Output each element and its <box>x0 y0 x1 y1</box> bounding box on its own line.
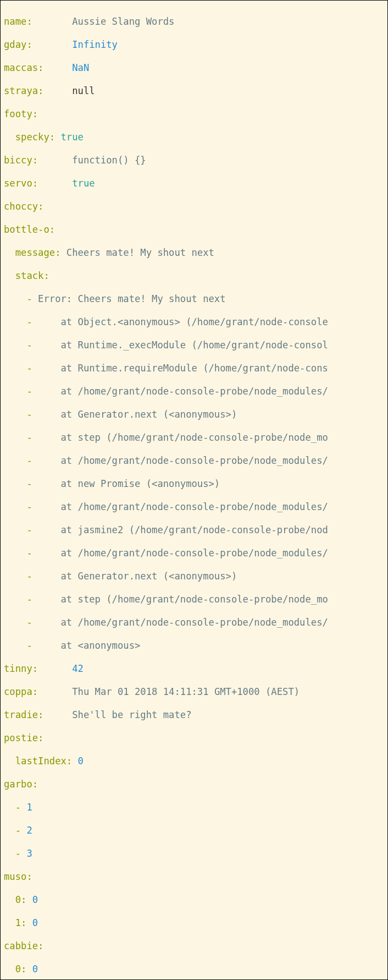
val-garbo-1: 2 <box>26 825 32 836</box>
val-zero: 0 <box>32 917 38 928</box>
key-straya: straya: <box>4 85 72 96</box>
key-garbo: garbo: <box>4 779 38 790</box>
stack-dash: - <box>4 386 38 397</box>
stack-dash: - <box>4 293 38 304</box>
key-message: message: <box>4 247 66 258</box>
stack-line: at Runtime._execModule (/home/grant/node… <box>38 340 328 351</box>
stack-line: at /home/grant/node-console-probe/node_m… <box>38 617 328 628</box>
stack-line: at new Promise (<anonymous>) <box>38 478 220 489</box>
val-name: Aussie Slang Words <box>72 16 174 27</box>
val-zero: 0 <box>32 894 38 905</box>
stack-dash: - <box>4 548 38 559</box>
idx-0: 0: <box>4 894 32 905</box>
key-cabbie: cabbie: <box>4 940 43 951</box>
key-bottle-o: bottle-o: <box>4 224 55 235</box>
stack-line: at Generator.next (<anonymous>) <box>38 409 237 420</box>
stack-dash: - <box>4 432 38 443</box>
key-postie: postie: <box>4 732 43 743</box>
val-gday: Infinity <box>72 39 118 50</box>
val-tinny: 42 <box>72 663 84 674</box>
key-servo: servo: <box>4 178 72 189</box>
val-garbo-0: 1 <box>26 802 32 813</box>
stack-dash: - <box>4 409 38 420</box>
val-tradie: She'll be right mate? <box>72 709 191 720</box>
stack-line: at step (/home/grant/node-console-probe/… <box>38 432 328 443</box>
val-biccy: function() {} <box>72 155 146 166</box>
key-choccy: choccy: <box>4 201 43 212</box>
val-servo: true <box>72 178 95 189</box>
stack-dash: - <box>4 363 38 374</box>
val-zero: 0 <box>32 963 38 974</box>
key-lastIndex: lastIndex: <box>4 755 78 767</box>
stack-dash: - <box>4 617 38 628</box>
stack-dash: - <box>4 316 38 327</box>
key-stack: stack: <box>4 270 49 281</box>
val-specky: true <box>60 132 83 143</box>
stack-dash: - <box>4 340 38 351</box>
list-dash: - <box>4 825 26 836</box>
stack-line: at <anonymous> <box>38 640 140 651</box>
stack-dash: - <box>4 571 38 582</box>
idx-0: 0: <box>4 963 32 974</box>
key-biccy: biccy: <box>4 155 72 166</box>
list-dash: - <box>4 802 26 813</box>
list-dash: - <box>4 848 26 859</box>
key-footy: footy: <box>4 108 38 119</box>
val-coppa: Thu Mar 01 2018 14:11:31 GMT+1000 (AEST) <box>72 686 300 697</box>
val-maccas: NaN <box>72 62 89 73</box>
val-straya: null <box>72 85 95 96</box>
stack-line: at /home/grant/node-console-probe/node_m… <box>38 501 328 512</box>
val-garbo-2: 3 <box>26 848 32 859</box>
stack-line: at jasmine2 (/home/grant/node-console-pr… <box>38 524 328 535</box>
stack-dash: - <box>4 594 38 605</box>
stack-line: at Generator.next (<anonymous>) <box>38 571 237 582</box>
stack-dash: - <box>4 640 38 651</box>
stack-line: Error: Cheers mate! My shout next <box>38 293 225 304</box>
stack-line: at step (/home/grant/node-console-probe/… <box>38 594 328 605</box>
key-specky: specky: <box>4 132 60 143</box>
stack-line: at Runtime.requireModule (/home/grant/no… <box>38 363 328 374</box>
stack-dash: - <box>4 501 38 512</box>
stack-line: at Object.<anonymous> (/home/grant/node-… <box>38 316 328 327</box>
key-tradie: tradie: <box>4 709 72 720</box>
stack-line: at /home/grant/node-console-probe/node_m… <box>38 455 328 466</box>
key-name: name: <box>4 16 72 27</box>
console-output: name: Aussie Slang Words gday: Infinity … <box>0 0 388 980</box>
stack-line: at /home/grant/node-console-probe/node_m… <box>38 386 328 397</box>
key-coppa: coppa: <box>4 686 72 697</box>
key-tinny: tinny: <box>4 663 72 674</box>
idx-1: 1: <box>4 917 32 928</box>
val-lastIndex: 0 <box>78 755 84 767</box>
key-muso: muso: <box>4 871 32 882</box>
key-maccas: maccas: <box>4 62 72 73</box>
stack-dash: - <box>4 455 38 466</box>
stack-line: at /home/grant/node-console-probe/node_m… <box>38 548 328 559</box>
val-message: Cheers mate! My shout next <box>66 247 214 258</box>
key-gday: gday: <box>4 39 72 50</box>
stack-dash: - <box>4 524 38 535</box>
stack-dash: - <box>4 478 38 489</box>
